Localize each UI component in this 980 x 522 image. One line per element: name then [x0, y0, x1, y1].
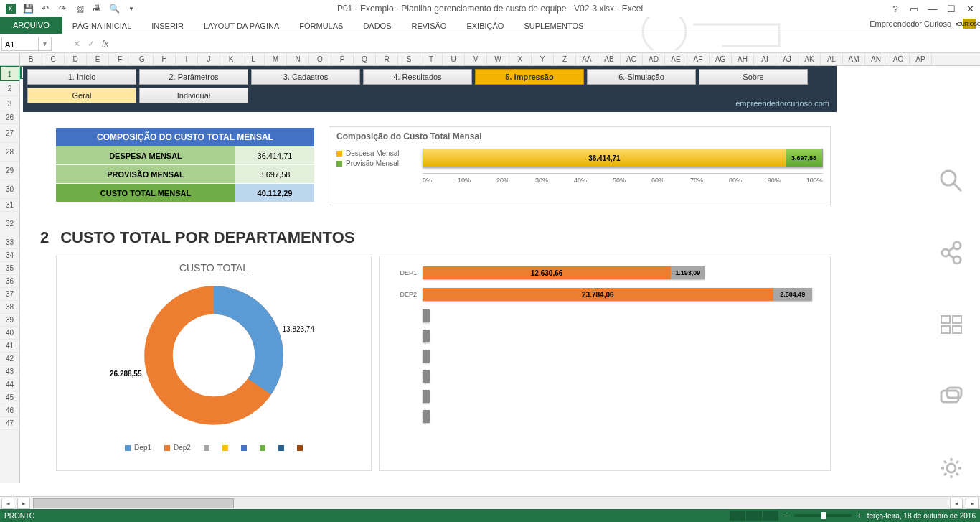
- name-box-dropdown[interactable]: ▼: [39, 37, 52, 51]
- column-header[interactable]: S: [398, 53, 420, 65]
- row-header[interactable]: 29: [0, 162, 19, 180]
- row-header[interactable]: 3: [0, 96, 19, 111]
- column-header[interactable]: AF: [687, 53, 710, 65]
- column-header[interactable]: AM: [843, 53, 865, 65]
- tab-data[interactable]: DADOS: [353, 18, 401, 34]
- column-header[interactable]: AE: [665, 53, 687, 65]
- row-header[interactable]: 27: [0, 124, 19, 143]
- column-header[interactable]: C: [42, 53, 65, 65]
- row-header[interactable]: 36: [0, 275, 19, 288]
- column-header[interactable]: H: [154, 53, 176, 65]
- column-header[interactable]: R: [376, 53, 398, 65]
- accept-formula-icon[interactable]: ✓: [88, 39, 95, 49]
- column-header[interactable]: AD: [643, 53, 665, 65]
- fx-icon[interactable]: fx: [102, 39, 108, 49]
- row-header[interactable]: 43: [0, 365, 19, 378]
- sheet-canvas[interactable]: 1. Início 2. Parâmetros 3. Cadastros 4. …: [20, 66, 980, 483]
- excel-icon[interactable]: X: [3, 1, 19, 16]
- tab-file[interactable]: ARQUIVO: [0, 17, 62, 34]
- view-mode-buttons[interactable]: [730, 511, 778, 521]
- user-account[interactable]: Empreendedor Curioso ▾ CURIOSO: [870, 19, 976, 29]
- nav-inicio[interactable]: 1. Início: [27, 69, 136, 85]
- row-header[interactable]: 37: [0, 288, 19, 301]
- column-header[interactable]: AI: [754, 53, 776, 65]
- column-header[interactable]: B: [20, 53, 42, 65]
- qat-icon[interactable]: ▧: [72, 1, 88, 16]
- help-icon[interactable]: ?: [888, 2, 903, 15]
- zoom-icon[interactable]: [937, 167, 966, 195]
- undo-icon[interactable]: ↶: [37, 1, 53, 16]
- column-header[interactable]: AC: [621, 53, 643, 65]
- nav-parametros[interactable]: 2. Parâmetros: [139, 69, 248, 85]
- subnav-individual[interactable]: Individual: [139, 88, 248, 103]
- qat-dropdown-icon[interactable]: ▼: [123, 1, 139, 16]
- column-header[interactable]: Y: [532, 53, 554, 65]
- view-page-break-icon[interactable]: [763, 511, 778, 521]
- tab-home[interactable]: PÁGINA INICIAL: [62, 18, 142, 34]
- screen-icon[interactable]: [937, 382, 966, 411]
- column-header[interactable]: N: [287, 53, 309, 65]
- nav-sobre[interactable]: Sobre: [699, 69, 808, 85]
- row-header[interactable]: 38: [0, 301, 19, 314]
- row-header[interactable]: 35: [0, 262, 19, 275]
- zoom-in-icon[interactable]: +: [857, 512, 862, 520]
- share-icon[interactable]: [937, 238, 966, 267]
- row-header[interactable]: 44: [0, 378, 19, 391]
- cancel-formula-icon[interactable]: ✕: [73, 39, 80, 49]
- column-header[interactable]: E: [87, 53, 109, 65]
- column-header[interactable]: I: [176, 53, 198, 65]
- worksheet-grid[interactable]: 1232627282930313233343536373839404142434…: [0, 66, 980, 483]
- column-header[interactable]: AJ: [776, 53, 798, 65]
- column-header[interactable]: Q: [354, 53, 376, 65]
- column-header[interactable]: G: [131, 53, 154, 65]
- sheet-nav-first[interactable]: ◂: [1, 498, 14, 509]
- row-header[interactable]: 41: [0, 340, 19, 353]
- row-header[interactable]: 30: [0, 180, 19, 199]
- column-header[interactable]: P: [331, 53, 354, 65]
- nav-resultados[interactable]: 4. Resultados: [363, 69, 472, 85]
- preview-icon[interactable]: 🔍: [106, 1, 122, 16]
- column-header[interactable]: AH: [732, 53, 754, 65]
- column-header[interactable]: U: [443, 53, 465, 65]
- column-header[interactable]: O: [309, 53, 331, 65]
- windows-icon[interactable]: [937, 310, 966, 339]
- name-box[interactable]: A1: [1, 37, 39, 51]
- column-header[interactable]: AO: [887, 53, 910, 65]
- row-header[interactable]: 31: [0, 199, 19, 212]
- formula-input[interactable]: [113, 37, 980, 51]
- column-header[interactable]: T: [420, 53, 443, 65]
- hscroll-left[interactable]: ◂: [950, 498, 963, 509]
- ribbon-options-icon[interactable]: ▭: [907, 2, 921, 15]
- column-header[interactable]: D: [65, 53, 87, 65]
- tab-page-layout[interactable]: LAYOUT DA PÁGINA: [194, 18, 289, 34]
- nav-impressao[interactable]: 5. Impressão: [475, 69, 584, 85]
- view-normal-icon[interactable]: [730, 511, 745, 521]
- gear-icon[interactable]: [937, 454, 966, 483]
- view-page-layout-icon[interactable]: [746, 511, 762, 521]
- column-header[interactable]: AL: [821, 53, 843, 65]
- row-header[interactable]: 28: [0, 143, 19, 162]
- column-header[interactable]: X: [509, 53, 532, 65]
- row-header[interactable]: 33: [0, 236, 19, 249]
- column-header[interactable]: Z: [554, 53, 576, 65]
- subnav-geral[interactable]: Geral: [27, 88, 136, 103]
- column-header[interactable]: AN: [865, 53, 887, 65]
- column-header[interactable]: F: [109, 53, 131, 65]
- column-header[interactable]: V: [465, 53, 487, 65]
- tab-addins[interactable]: SUPLEMENTOS: [514, 18, 593, 34]
- row-header[interactable]: 45: [0, 391, 19, 404]
- row-header[interactable]: 46: [0, 404, 19, 417]
- row-header[interactable]: 34: [0, 249, 19, 262]
- zoom-out-icon[interactable]: −: [784, 512, 788, 520]
- minimize-button[interactable]: —: [925, 2, 940, 15]
- column-header[interactable]: AB: [598, 53, 621, 65]
- column-header[interactable]: W: [487, 53, 509, 65]
- row-header[interactable]: 47: [0, 417, 19, 430]
- zoom-handle[interactable]: [821, 512, 826, 519]
- select-all-corner[interactable]: [0, 53, 20, 65]
- column-header[interactable]: L: [242, 53, 265, 65]
- column-header[interactable]: K: [220, 53, 242, 65]
- save-icon[interactable]: 💾: [20, 1, 36, 16]
- row-header[interactable]: 39: [0, 314, 19, 327]
- row-header[interactable]: 42: [0, 353, 19, 365]
